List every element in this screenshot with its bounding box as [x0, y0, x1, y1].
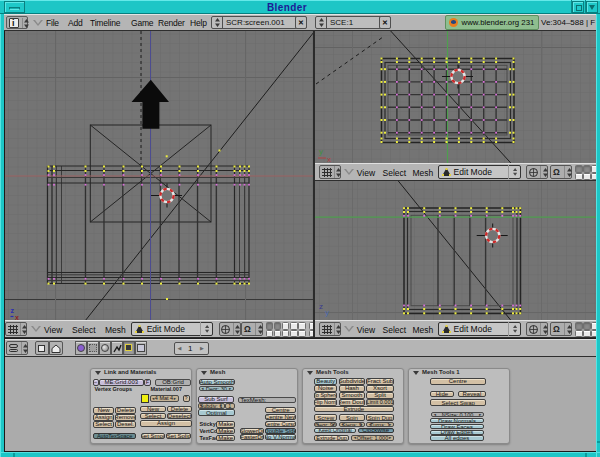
svg-text:x: x [327, 155, 331, 163]
svg-text:z: z [319, 302, 323, 311]
svg-text:y: y [319, 147, 323, 156]
svg-text:z: z [11, 307, 15, 314]
svg-text:y: y [325, 308, 329, 317]
